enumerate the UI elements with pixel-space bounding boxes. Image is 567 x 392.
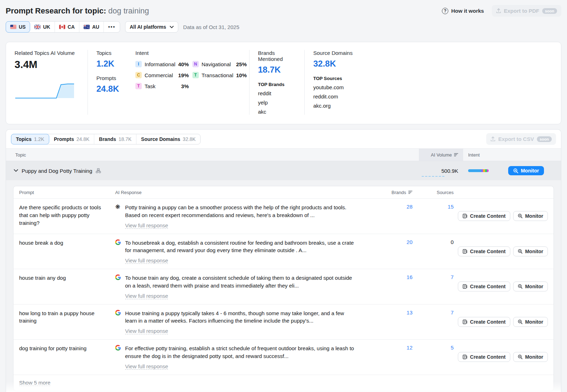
sort-icon	[454, 153, 458, 157]
top-source-item: youtube.com	[313, 84, 364, 90]
brands-mentioned-value: 18.7K	[258, 65, 296, 75]
sources-count-link[interactable]: 15	[448, 204, 454, 229]
upload-icon	[496, 8, 501, 13]
region-tab-au[interactable]: AU	[79, 22, 104, 32]
monitor-prompt-button[interactable]: Monitor	[513, 282, 548, 291]
region-tab-au-label: AU	[92, 24, 99, 30]
topics-table-header: Topic AI Volume Intent	[6, 148, 561, 161]
brands-count-link[interactable]: 28	[406, 204, 412, 229]
tab-source-domains[interactable]: Source Domains32.8K	[136, 134, 200, 144]
prompt-text: house train any dog	[19, 274, 110, 299]
prompts-table: Prompt AI Response Brands Sources Are th…	[13, 186, 554, 391]
export-csv-button[interactable]: Export to CSV soon	[486, 133, 556, 145]
brands-count-link[interactable]: 16	[406, 274, 412, 299]
top-brand-item: yelp	[258, 100, 296, 106]
create-content-button[interactable]: Create Content	[458, 282, 510, 291]
chevron-down-icon[interactable]	[14, 169, 18, 172]
top-source-item: reddit.com	[313, 93, 364, 100]
intent-item-navigational: N Navigational 25%	[192, 61, 247, 67]
task-badge: T	[135, 83, 142, 89]
monitor-prompt-button[interactable]: Monitor	[513, 211, 548, 221]
top-brands-label: TOP Brands	[258, 82, 296, 87]
ai-platform-filter-value: All AI platforms	[130, 24, 166, 30]
sources-count-link[interactable]: 5	[451, 345, 454, 370]
tab-topics[interactable]: Topics1.2K	[11, 134, 49, 144]
create-content-button[interactable]: Create Content	[458, 317, 510, 327]
topic-row-expanded[interactable]: Puppy and Dog Potty Training 500.9K Moni…	[6, 161, 561, 180]
page-header: Prompt Research for topic:dog training ?…	[0, 0, 567, 38]
topic-ai-volume: 500.9K	[419, 168, 463, 174]
region-tab-us-label: US	[19, 24, 26, 30]
column-header-topic: Topic	[6, 149, 419, 161]
prompt-row: house break a dog To housebreak a dog, e…	[13, 234, 554, 269]
ai-response-text: For effective potty training, establish …	[125, 345, 357, 360]
column-header-ai-volume[interactable]: AI Volume	[419, 149, 463, 161]
prompt-text: dog training for potty training	[19, 345, 110, 370]
export-pdf-button[interactable]: Export to PDF soon	[492, 5, 561, 17]
us-flag-icon	[10, 25, 16, 29]
ai-volume-sparkline	[15, 80, 79, 103]
google-icon	[115, 239, 122, 264]
view-full-response-link[interactable]: View full response	[125, 222, 168, 229]
source-domains-label: Source Domains	[313, 50, 364, 56]
intent-item-task: T Task 3%	[135, 83, 189, 89]
region-tab-ca-label: CA	[68, 24, 75, 30]
ai-response-text: House training a puppy typically takes 4…	[125, 309, 357, 325]
region-tab-us[interactable]: US	[6, 21, 30, 33]
column-header-brands[interactable]: Brands	[392, 190, 412, 195]
create-content-button[interactable]: Create Content	[458, 246, 510, 256]
view-full-response-link[interactable]: View full response	[125, 257, 168, 264]
ai-response-text: To house train any dog, create a consist…	[125, 274, 357, 290]
prompts-count-label: Prompts	[96, 75, 118, 81]
prompt-row: dog training for potty training For effe…	[13, 339, 554, 375]
region-tab-uk[interactable]: UK	[30, 22, 55, 32]
topics-table-card: Topics1.2K Prompts24.8K Brands18.7K Sour…	[6, 129, 561, 392]
how-it-works-label: How it works	[451, 8, 484, 14]
monitor-prompt-button[interactable]: Monitor	[513, 317, 548, 327]
soon-badge: soon	[537, 136, 552, 142]
expanded-topic-body: Prompt AI Response Brands Sources Are th…	[6, 180, 561, 392]
prompt-text: house break a dog	[19, 239, 110, 264]
ai-platform-filter[interactable]: All AI platforms	[125, 21, 178, 33]
ai-response-text: To housebreak a dog, establish a consist…	[125, 239, 357, 255]
brands-count-link[interactable]: 13	[406, 309, 412, 335]
tab-brands[interactable]: Brands18.7K	[94, 134, 136, 144]
sources-count-link[interactable]: 7	[451, 274, 454, 299]
prompt-text: how long to train a puppy house training	[19, 309, 110, 335]
intent-item-informational: I Informational 40%	[135, 61, 189, 67]
prompt-row: Are there specific products or tools tha…	[13, 198, 554, 234]
topic-title: Puppy and Dog Potty Training	[22, 168, 92, 174]
document-icon	[462, 284, 467, 289]
region-tab-ca[interactable]: CA	[55, 22, 79, 32]
region-more-button[interactable]: •••	[104, 22, 120, 32]
top-sources-label: TOP Sources	[313, 76, 364, 81]
create-content-button[interactable]: Create Content	[458, 211, 510, 221]
page-title-topic: dog training	[108, 6, 149, 15]
view-full-response-link[interactable]: View full response	[125, 328, 168, 334]
create-content-button[interactable]: Create Content	[458, 352, 510, 362]
monitor-prompt-button[interactable]: Monitor	[513, 246, 548, 256]
prompt-row: house train any dog To house train any d…	[13, 269, 554, 304]
openai-icon: ❋	[115, 204, 122, 229]
sources-count-link[interactable]: 7	[451, 309, 454, 335]
brands-count-link[interactable]: 12	[406, 345, 412, 370]
view-full-response-link[interactable]: View full response	[125, 293, 168, 299]
region-tab-uk-label: UK	[43, 24, 50, 30]
ellipsis-icon: •••	[108, 24, 116, 30]
monitor-prompt-button[interactable]: Monitor	[513, 352, 548, 362]
document-icon	[462, 249, 467, 254]
related-volume-label: Related Topics AI Volume	[15, 50, 79, 56]
page-title: Prompt Research for topic:dog training	[6, 6, 149, 16]
view-full-response-link[interactable]: View full response	[125, 363, 168, 370]
ai-response-text: Potty training a puppy can be a smoother…	[125, 204, 357, 219]
show-more-link[interactable]: Show 5 more	[19, 380, 50, 386]
document-icon	[462, 214, 467, 218]
column-header-sources: Sources	[437, 190, 454, 195]
brands-count-link[interactable]: 20	[406, 239, 412, 264]
tab-prompts[interactable]: Prompts24.8K	[49, 134, 94, 144]
informational-badge: I	[135, 61, 142, 67]
ca-flag-icon	[59, 25, 65, 29]
how-it-works-link[interactable]: ? How it works	[442, 8, 484, 14]
monitor-topic-button[interactable]: Monitor	[508, 166, 544, 175]
navigational-badge: N	[192, 61, 199, 67]
